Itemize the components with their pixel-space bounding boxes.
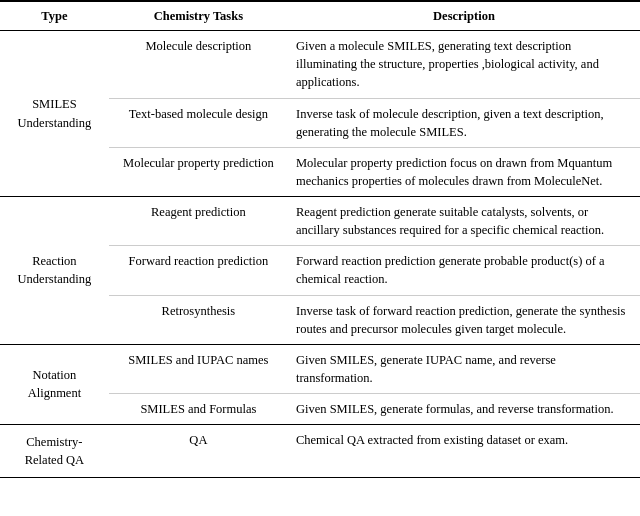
- description-cell: Given SMILES, generate formulas, and rev…: [288, 394, 640, 425]
- type-cell: SMILES Understanding: [0, 31, 109, 197]
- description-cell: Inverse task of forward reaction predict…: [288, 295, 640, 344]
- main-table: Type Chemistry Tasks Description SMILES …: [0, 0, 640, 478]
- description-cell: Given a molecule SMILES, generating text…: [288, 31, 640, 98]
- table-row: Chemistry-Related QAQAChemical QA extrac…: [0, 425, 640, 478]
- description-cell: Given SMILES, generate IUPAC name, and r…: [288, 344, 640, 393]
- table-row: Notation AlignmentSMILES and IUPAC names…: [0, 344, 640, 393]
- type-cell: Notation Alignment: [0, 344, 109, 424]
- task-cell: Retrosynthesis: [109, 295, 288, 344]
- task-cell: QA: [109, 425, 288, 478]
- table-row: SMILES UnderstandingMolecule description…: [0, 31, 640, 98]
- col-header-tasks: Chemistry Tasks: [109, 1, 288, 31]
- task-cell: Forward reaction prediction: [109, 246, 288, 295]
- description-cell: Reagent prediction generate suitable cat…: [288, 197, 640, 246]
- table-row: Reaction UnderstandingReagent prediction…: [0, 197, 640, 246]
- description-cell: Chemical QA extracted from existing data…: [288, 425, 640, 478]
- type-cell: Chemistry-Related QA: [0, 425, 109, 478]
- task-cell: Molecular property prediction: [109, 147, 288, 196]
- task-cell: SMILES and Formulas: [109, 394, 288, 425]
- description-cell: Forward reaction prediction generate pro…: [288, 246, 640, 295]
- task-cell: Molecule description: [109, 31, 288, 98]
- col-header-description: Description: [288, 1, 640, 31]
- col-header-type: Type: [0, 1, 109, 31]
- task-cell: Reagent prediction: [109, 197, 288, 246]
- description-cell: Molecular property prediction focus on d…: [288, 147, 640, 196]
- task-cell: SMILES and IUPAC names: [109, 344, 288, 393]
- task-cell: Text-based molecule design: [109, 98, 288, 147]
- type-cell: Reaction Understanding: [0, 197, 109, 345]
- description-cell: Inverse task of molecule description, gi…: [288, 98, 640, 147]
